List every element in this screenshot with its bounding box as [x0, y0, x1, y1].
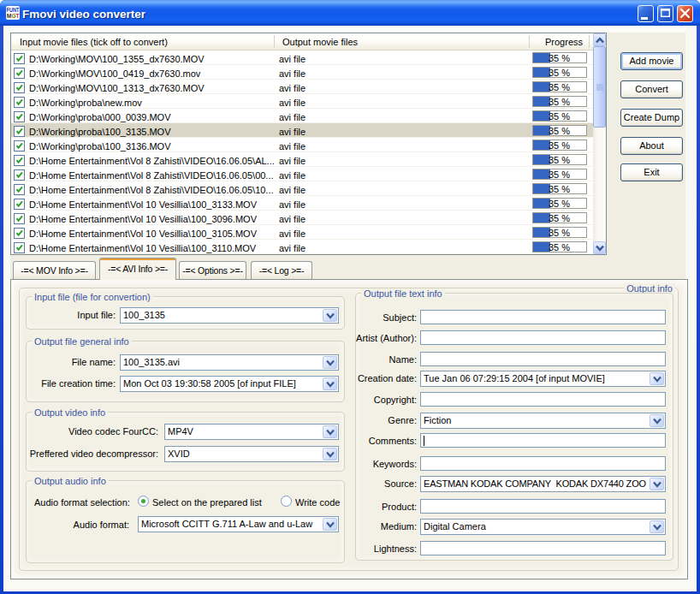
svg-text:T: T	[15, 13, 20, 19]
svg-text:FUNT: FUNT	[7, 7, 20, 13]
